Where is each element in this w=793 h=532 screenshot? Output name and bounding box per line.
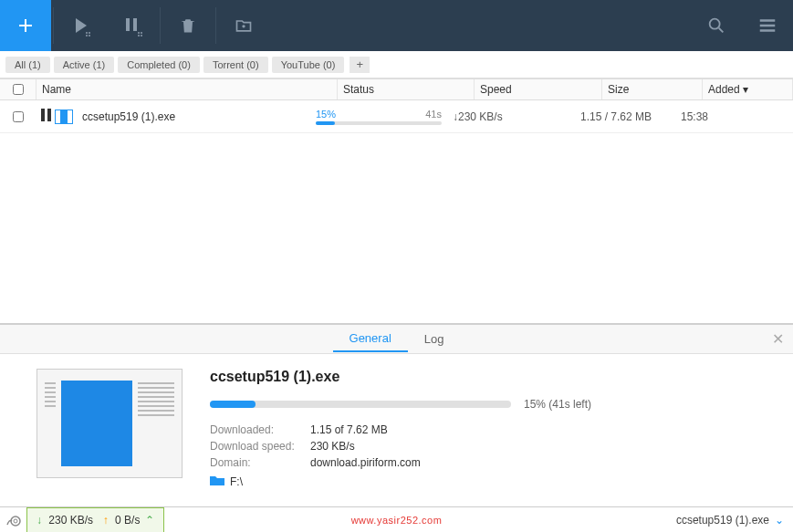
row-status: 15%41s (316, 109, 453, 125)
column-added[interactable]: Added ▾ (703, 79, 793, 99)
row-size: 1.15 / 7.62 MB (580, 110, 681, 123)
play-all-button[interactable] (56, 0, 107, 51)
speed-indicator[interactable]: ↓ 230 KB/s ↑ 0 B/s ⌃ (26, 507, 164, 533)
svg-point-3 (89, 35, 90, 37)
file-thumbnail (37, 369, 183, 478)
separator (53, 7, 54, 44)
filter-youtube[interactable]: YouTube (0) (272, 57, 345, 73)
svg-point-15 (14, 519, 17, 523)
svg-rect-12 (41, 109, 45, 121)
row-speed: ↓230 KB/s (453, 110, 580, 123)
add-button[interactable] (0, 0, 51, 51)
main-toolbar (0, 0, 793, 51)
current-file-name: ccsetup519 (1).exe (676, 514, 769, 527)
current-download-selector[interactable]: ccsetup519 (1).exe ⌄ (667, 514, 793, 527)
chevron-down-icon: ⌄ (775, 514, 784, 527)
downloaded-label: Downloaded: (210, 423, 310, 436)
filter-completed[interactable]: Completed (0) (118, 57, 200, 73)
up-speed-value: 0 B/s (115, 514, 140, 527)
svg-point-10 (242, 25, 245, 27)
up-arrow-icon: ↑ (103, 514, 109, 527)
row-filename: ccsetup519 (1).exe (77, 110, 316, 123)
column-size[interactable]: Size (602, 79, 703, 99)
svg-point-8 (138, 35, 140, 37)
svg-point-1 (89, 32, 90, 34)
column-status[interactable]: Status (338, 79, 475, 99)
domain-label: Domain: (210, 456, 310, 469)
details-tabs: General Log ✕ (0, 325, 793, 354)
speed-limit-button[interactable] (0, 507, 27, 533)
row-progress-bar (316, 121, 442, 125)
svg-point-14 (11, 516, 20, 526)
svg-rect-13 (47, 109, 51, 121)
tab-general[interactable]: General (333, 326, 408, 352)
delete-button[interactable] (162, 0, 214, 51)
details-progress-bar (210, 401, 511, 408)
watermark: www.yasir252.com (351, 515, 443, 526)
downloaded-value: 1.15 of 7.62 MB (310, 423, 388, 436)
domain-value: download.piriform.com (310, 456, 421, 469)
download-list[interactable]: ccsetup519 (1).exe 15%41s ↓230 KB/s 1.15… (0, 100, 793, 323)
tab-log[interactable]: Log (408, 327, 461, 351)
search-button[interactable] (691, 0, 742, 51)
save-path: F:\ (230, 475, 243, 488)
details-panel: General Log ✕ ccsetup519 (1).exe 15% (41… (0, 323, 793, 506)
status-bar: ↓ 230 KB/s ↑ 0 B/s ⌃ www.yasir252.com cc… (0, 506, 793, 532)
down-arrow-icon: ↓ (37, 514, 42, 527)
column-name[interactable]: Name (37, 79, 338, 99)
separator (160, 7, 161, 44)
svg-point-7 (141, 32, 142, 34)
menu-button[interactable] (742, 0, 793, 51)
separator (215, 7, 216, 44)
sort-indicator-icon: ▾ (743, 83, 748, 96)
svg-point-2 (86, 35, 88, 37)
filter-active[interactable]: Active (1) (54, 57, 114, 73)
row-checkbox[interactable] (13, 111, 24, 122)
file-type-icon (55, 110, 73, 124)
details-filename: ccsetup519 (1).exe (210, 369, 775, 385)
add-filter-button[interactable]: + (350, 57, 370, 73)
svg-rect-4 (126, 18, 130, 31)
close-details-button[interactable]: ✕ (772, 330, 784, 348)
filter-torrent[interactable]: Torrent (0) (203, 57, 268, 73)
save-location[interactable]: F:\ (210, 475, 775, 488)
svg-point-11 (710, 19, 720, 29)
down-speed-value: 230 KB/s (48, 514, 93, 527)
svg-rect-5 (133, 18, 137, 31)
speed-label: Download speed: (210, 440, 310, 453)
chevron-up-icon: ⌃ (145, 514, 154, 527)
svg-point-0 (86, 32, 88, 34)
filter-all[interactable]: All (1) (5, 57, 50, 73)
download-list-header: Name Status Speed Size Added ▾ (0, 78, 793, 100)
folder-icon (210, 475, 224, 488)
details-progress-text: 15% (41s left) (524, 398, 591, 411)
pause-all-button[interactable] (107, 0, 158, 51)
download-row[interactable]: ccsetup519 (1).exe 15%41s ↓230 KB/s 1.15… (0, 100, 793, 133)
column-speed[interactable]: Speed (475, 79, 602, 99)
svg-point-9 (141, 35, 142, 37)
pause-icon[interactable] (40, 109, 51, 124)
filter-bar: All (1) Active (1) Completed (0) Torrent… (0, 51, 793, 78)
select-all-checkbox[interactable] (13, 84, 24, 95)
row-added: 15:38 (681, 110, 793, 123)
speed-value: 230 KB/s (310, 440, 355, 453)
svg-point-6 (138, 32, 140, 34)
folder-button[interactable] (218, 0, 269, 51)
